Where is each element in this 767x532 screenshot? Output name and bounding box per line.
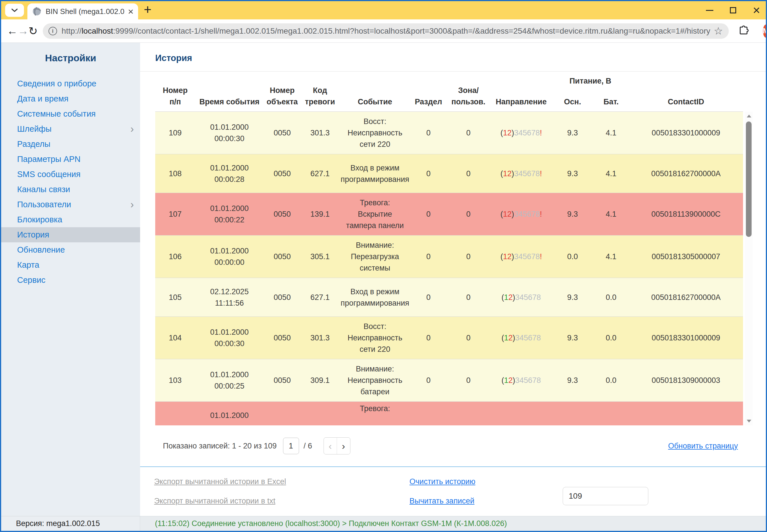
refresh-page-link[interactable]: Обновить страницу <box>668 442 738 450</box>
reload-icon[interactable]: ↻ <box>29 25 38 37</box>
scrollbar-thumb[interactable] <box>746 121 752 237</box>
cell-event: Вход в режим программирования <box>339 158 411 189</box>
cell-zone: 0 <box>446 164 490 183</box>
connection-status: (11:15:02) Соединение установлено (local… <box>140 516 766 531</box>
bookmark-star-icon[interactable]: ☆ <box>714 25 723 37</box>
header-contactid: ContactID <box>629 96 743 107</box>
sidebar-item-lock[interactable]: Блокировка <box>1 212 140 227</box>
cell-contactid: 0050183301000009 <box>629 123 743 143</box>
sidebar-item-apn[interactable]: Параметры APN <box>1 152 140 167</box>
total-pages-label: / 6 <box>304 442 312 450</box>
cell-main-power: 0.0 <box>552 247 593 266</box>
cell-code <box>301 402 339 407</box>
cell-direction: (12)345678 <box>490 328 552 348</box>
cell-direction: (12)345678! <box>490 164 552 183</box>
scroll-down-icon[interactable] <box>747 420 751 423</box>
cell-event: Вход в режим программирования <box>339 282 411 313</box>
cell-partition: 0 <box>411 288 446 307</box>
maximize-icon[interactable] <box>730 7 736 13</box>
cell-zone: 0 <box>446 204 490 224</box>
table-row: 106 01.01.2000 00:00:00 0050 305.1 Внима… <box>155 235 743 278</box>
tab-close-icon[interactable]: × <box>128 7 133 16</box>
cell-main-power: 9.3 <box>552 123 593 143</box>
minimize-icon[interactable] <box>706 10 713 11</box>
cell-main-power: 9.3 <box>552 328 593 348</box>
forward-icon[interactable]: → <box>18 25 29 37</box>
table-scrollbar[interactable] <box>745 112 753 425</box>
status-bar: Версия: mega1.002.015 (11:15:02) Соедине… <box>1 516 766 531</box>
export-excel-link[interactable]: Экспорт вычитанной истории в Excel <box>154 477 286 486</box>
cell-contactid: 0050181305000007 <box>629 247 743 266</box>
cell-num: 105 <box>155 288 195 307</box>
read-records-link[interactable]: Вычитать записей <box>409 497 474 505</box>
cell-code: 627.1 <box>301 164 339 183</box>
cell-object: 0050 <box>264 288 301 307</box>
cell-num: 107 <box>155 204 195 224</box>
cell-battery: 4.1 <box>593 123 629 143</box>
table-row: 105 02.12.2025 11:11:56 0050 627.1 Вход … <box>155 278 743 317</box>
sidebar-item-history[interactable]: История <box>1 227 140 242</box>
table-row: 01.01.2000 Тревога: <box>155 402 743 425</box>
cell-direction: (12)345678 <box>490 288 552 307</box>
cell-contactid: 005018162700000A <box>629 288 743 307</box>
table-row: 104 01.01.2000 00:00:30 0050 301.3 Восст… <box>155 317 743 359</box>
cell-partition: 0 <box>411 371 446 390</box>
cell-partition: 0 <box>411 123 446 143</box>
globe-favicon-icon <box>32 7 42 16</box>
cell-partition <box>411 402 446 407</box>
cell-contactid: 005018113900000C <box>629 204 743 224</box>
sidebar-item-device-info[interactable]: Сведения о приборе <box>1 76 140 91</box>
new-tab-button[interactable]: + <box>144 3 151 16</box>
scroll-up-icon[interactable] <box>747 115 751 117</box>
url-text: http://localhost:9999//contact/contact-1… <box>62 27 710 36</box>
header-zone: Зона/ пользов. <box>446 85 490 107</box>
sidebar-item-map[interactable]: Карта <box>1 257 140 273</box>
sidebar-item-sms[interactable]: SMS сообщения <box>1 167 140 182</box>
chevron-right-icon: › <box>130 121 134 137</box>
sidebar-item-zones[interactable]: Шлейфы› <box>1 121 140 137</box>
browser-tab[interactable]: BIN Shell (mega1.002.015) × <box>27 3 138 19</box>
table-row: 109 01.01.2000 00:00:30 0050 301.3 Восст… <box>155 112 743 154</box>
sidebar-item-partitions[interactable]: Разделы <box>1 137 140 152</box>
cell-main-power: 9.3 <box>552 288 593 307</box>
page-nav-buttons: ‹ › <box>324 437 350 454</box>
cell-code: 301.3 <box>301 328 339 348</box>
tab-search-button[interactable] <box>5 4 24 17</box>
close-icon[interactable]: × <box>753 4 760 17</box>
prev-page-button[interactable]: ‹ <box>324 438 337 454</box>
page-info-icon[interactable]: i <box>48 27 57 35</box>
cell-time: 01.01.2000 <box>195 402 264 425</box>
version-label: Версия: mega1.002.015 <box>1 516 140 531</box>
sidebar-item-update[interactable]: Обновление <box>1 242 140 257</box>
sidebar-item-date-time[interactable]: Дата и время <box>1 91 140 106</box>
next-page-button[interactable]: › <box>337 438 350 454</box>
cell-event: Тревога: Вскрытие тампера панели <box>339 193 411 235</box>
header-main-power: Осн. <box>552 96 593 107</box>
sidebar-item-system-events[interactable]: Системные события <box>1 106 140 121</box>
cell-partition: 0 <box>411 164 446 183</box>
header-event: Событие <box>339 96 411 107</box>
back-icon[interactable]: ← <box>7 25 18 37</box>
cell-time: 01.01.2000 00:00:30 <box>195 322 264 353</box>
cell-code: 305.1 <box>301 247 339 266</box>
page-number-input[interactable] <box>283 438 299 454</box>
sidebar-item-users[interactable]: Пользователи› <box>1 197 140 212</box>
export-txt-link[interactable]: Экспорт вычитанной истории в txt <box>154 497 275 505</box>
sidebar-item-service[interactable]: Сервис <box>1 273 140 288</box>
records-count-input[interactable] <box>563 487 648 505</box>
table-row: 103 01.01.2000 00:00:25 0050 309.1 Внима… <box>155 359 743 402</box>
address-bar[interactable]: i http://localhost:9999//contact/contact… <box>43 23 729 39</box>
settings-sidebar: Настройки Сведения о приборе Дата и врем… <box>1 43 140 516</box>
cell-code: 301.3 <box>301 123 339 143</box>
cell-battery <box>593 402 629 407</box>
extensions-icon[interactable] <box>738 25 749 37</box>
cell-contactid <box>629 402 743 407</box>
cell-contactid: 005018162700000A <box>629 164 743 183</box>
clear-history-link[interactable]: Очистить историю <box>409 477 475 486</box>
profile-avatar[interactable]: M <box>763 25 767 38</box>
cell-battery: 4.1 <box>593 247 629 266</box>
header-time: Время события <box>195 96 264 107</box>
cell-zone: 0 <box>446 288 490 307</box>
table-area: 109 01.01.2000 00:00:30 0050 301.3 Восст… <box>155 112 766 425</box>
sidebar-item-channels[interactable]: Каналы связи <box>1 182 140 197</box>
